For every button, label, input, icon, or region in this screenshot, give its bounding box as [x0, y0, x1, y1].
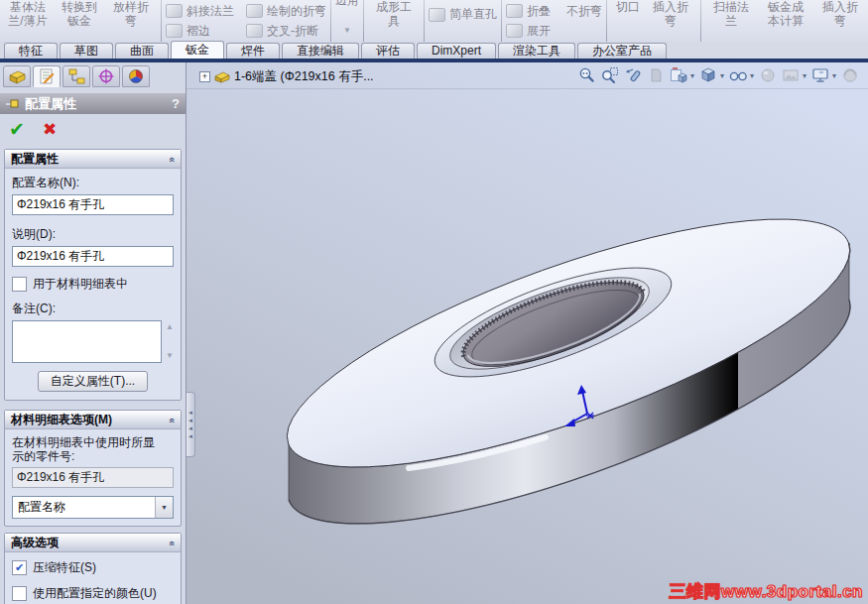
- flyout-feature-tree[interactable]: + 1-6端盖 (Φ219x16 有手...: [199, 68, 374, 85]
- suppress-features-label: 压缩特征(S): [33, 559, 96, 576]
- tab-dimxpert[interactable]: DimXpert: [417, 43, 496, 59]
- graphics-viewport[interactable]: + 1-6端盖 (Φ219x16 有手...: [186, 62, 868, 604]
- hide-show-items-icon[interactable]: [728, 65, 748, 85]
- use-config-color-checkbox-row[interactable]: 使用配置指定的颜色(U): [12, 585, 174, 602]
- tab-sheet-metal[interactable]: 钣金: [171, 41, 224, 59]
- use-in-bom-checkbox-row[interactable]: 用于材料明细表中: [12, 276, 174, 293]
- heads-up-view-toolbar: ▾ ▾ ▾ ▾ ▾: [577, 65, 860, 85]
- tab-dimxpertmanager[interactable]: [92, 65, 120, 87]
- tab-weldments[interactable]: 焊件: [226, 43, 280, 59]
- tab-evaluate[interactable]: 评估: [361, 43, 415, 59]
- sheet-metal-costing-button[interactable]: 钣金成 本计算: [757, 0, 814, 42]
- use-config-color-checkbox[interactable]: [12, 586, 27, 601]
- comment-scroll-arrows[interactable]: ▲ ▼: [166, 320, 174, 363]
- panel-tab-strip: [0, 62, 186, 88]
- dropdown-arrow-icon[interactable]: ▼: [155, 497, 173, 518]
- ribbon-separator: [606, 0, 607, 42]
- description-label: 说明(D):: [12, 226, 174, 243]
- tab-configurationmanager[interactable]: [62, 65, 90, 87]
- rip-button[interactable]: 切口: [611, 0, 645, 42]
- edit-appearance-icon[interactable]: [758, 65, 778, 85]
- simple-hole-button[interactable]: 简单直孔: [429, 6, 497, 23]
- use-in-bom-checkbox[interactable]: [12, 277, 27, 292]
- view-orientation-icon[interactable]: [669, 65, 688, 85]
- collapse-arrow-icon: ◄: [187, 418, 193, 423]
- no-bends-label: 不折弯: [566, 3, 602, 20]
- hem-icon: [166, 24, 183, 38]
- simple-hole-icon: [429, 8, 445, 22]
- panel-splitter-handle[interactable]: ◄ ◄ ◄ ◄: [186, 392, 195, 457]
- help-icon[interactable]: ?: [172, 96, 180, 111]
- group-header-label: 配置属性: [11, 151, 59, 168]
- bom-hint-line1: 在材料明细表中使用时所显: [12, 435, 174, 449]
- lofted-bend-button[interactable]: 放样折 弯: [105, 0, 157, 42]
- 3d-model-end-cap[interactable]: [186, 62, 868, 604]
- collapse-chevron-icon[interactable]: «: [167, 418, 178, 423]
- group-header-label: 高级选项: [11, 535, 59, 551]
- ribbon-separator: [700, 0, 701, 42]
- view-settings-icon[interactable]: [810, 65, 830, 85]
- rotate-view-icon[interactable]: [840, 65, 860, 85]
- dropdown-arrow-icon[interactable]: ▾: [690, 71, 694, 80]
- tab-direct-editing[interactable]: 直接编辑: [282, 43, 359, 59]
- scroll-up-icon[interactable]: ▲: [166, 323, 174, 331]
- previous-view-icon[interactable]: [623, 65, 643, 85]
- fold-button[interactable]: 折叠: [506, 3, 551, 20]
- base-flange-button[interactable]: 基体法 兰/薄片: [2, 0, 54, 42]
- group-header[interactable]: 配置属性 «: [5, 150, 181, 169]
- apply-scene-icon[interactable]: [781, 65, 801, 85]
- bom-part-number-input[interactable]: [12, 467, 174, 488]
- suppress-features-checkbox[interactable]: ✔: [12, 560, 27, 575]
- display-style-icon[interactable]: [698, 65, 718, 85]
- featuremanager-icon: [7, 67, 27, 85]
- swept-flange-button[interactable]: 扫描法 兰: [705, 0, 757, 42]
- cross-break-button[interactable]: 交叉-折断: [246, 23, 326, 40]
- tab-displaymanager[interactable]: [122, 65, 150, 87]
- description-input[interactable]: [12, 246, 174, 267]
- tab-office-products[interactable]: 办公室产品: [577, 43, 667, 59]
- bom-hint-line2: 示的零件号:: [12, 449, 174, 463]
- collapse-chevron-icon[interactable]: «: [167, 541, 178, 545]
- ok-button[interactable]: ✔: [9, 119, 25, 140]
- tab-render-tools[interactable]: 渲染工具: [498, 43, 575, 59]
- bom-source-dropdown[interactable]: 配置名称 ▼: [12, 496, 174, 519]
- ribbon-separator: [363, 0, 364, 42]
- corners-dropdown-button[interactable]: 边角 ▼: [335, 0, 359, 42]
- dropdown-arrow-icon[interactable]: ▾: [720, 71, 724, 80]
- sketched-bend-button[interactable]: 绘制的折弯: [246, 3, 326, 20]
- collapse-chevron-icon[interactable]: «: [167, 157, 178, 162]
- tab-featuremanager-tree[interactable]: [3, 65, 31, 87]
- insert-bends-button-2[interactable]: 插入折 弯: [814, 0, 866, 42]
- forming-tool-button[interactable]: 成形工 具: [368, 0, 420, 42]
- convert-to-sheet-metal-button[interactable]: 转换到 钣金: [54, 0, 105, 42]
- scroll-down-icon[interactable]: ▼: [166, 352, 174, 360]
- fold-label: 折叠: [527, 3, 551, 20]
- no-bends-button[interactable]: 不折弯: [566, 3, 602, 20]
- dimxpertmanager-icon: [96, 67, 116, 85]
- zoom-to-area-icon[interactable]: [600, 65, 620, 85]
- group-header[interactable]: 高级选项 «: [5, 534, 181, 552]
- group-header[interactable]: 材料明细表选项(M) «: [5, 411, 181, 429]
- suppress-features-checkbox-row[interactable]: ✔ 压缩特征(S): [12, 559, 174, 576]
- unfold-button[interactable]: 展开: [506, 23, 551, 40]
- custom-properties-button[interactable]: 自定义属性(T)...: [38, 371, 148, 392]
- tab-sketch[interactable]: 草图: [60, 43, 113, 59]
- dropdown-arrow-icon[interactable]: ▾: [803, 71, 806, 80]
- section-view-icon[interactable]: [646, 65, 666, 85]
- dropdown-arrow-icon[interactable]: ▾: [832, 71, 836, 80]
- hem-label: 褶边: [186, 23, 210, 40]
- tree-expander-icon[interactable]: +: [199, 71, 210, 82]
- comment-textarea[interactable]: [12, 320, 162, 363]
- insert-bends-button[interactable]: 插入折 弯: [645, 0, 696, 42]
- miter-flange-button[interactable]: 斜接法兰: [166, 3, 234, 20]
- use-config-color-label: 使用配置指定的颜色(U): [33, 585, 157, 602]
- miter-flange-label: 斜接法兰: [186, 3, 234, 20]
- zoom-to-fit-icon[interactable]: [577, 65, 597, 85]
- tab-surfaces[interactable]: 曲面: [115, 43, 169, 59]
- dropdown-arrow-icon[interactable]: ▾: [750, 71, 754, 80]
- tab-features[interactable]: 特征: [4, 43, 58, 59]
- config-name-input[interactable]: [12, 194, 174, 215]
- cancel-button[interactable]: ✖: [43, 119, 57, 140]
- tab-propertymanager[interactable]: [33, 65, 61, 87]
- hem-button[interactable]: 褶边: [166, 23, 234, 40]
